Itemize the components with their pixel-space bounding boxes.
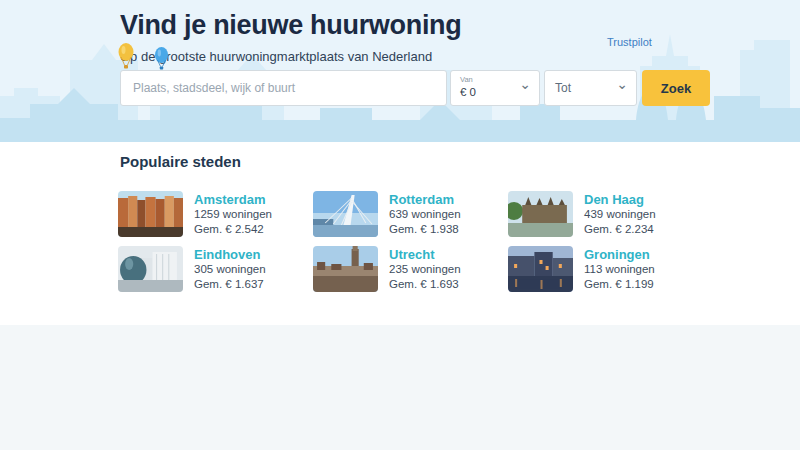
city-avg-price: Gem. € 1.199 [584,277,655,292]
city-avg-price: Gem. € 2.542 [194,222,272,237]
price-to-value: Tot [555,81,571,95]
city-name[interactable]: Rotterdam [389,192,461,207]
price-from-label: Van [460,75,473,84]
city-photo-eindhoven[interactable] [118,246,183,292]
chevron-down-icon: ⌄ [616,77,628,91]
page: Vind je nieuwe huurwoning Op de grootste… [0,0,800,450]
city-photo-groningen[interactable] [508,246,573,292]
popular-cities-heading: Populaire steden [120,153,241,170]
city-avg-price: Gem. € 1.693 [389,277,461,292]
price-from-value: € 0 [460,86,476,98]
city-avg-price: Gem. € 1.938 [389,222,461,237]
city-card-rotterdam[interactable]: Rotterdam 639 woningen Gem. € 1.938 [313,191,508,237]
city-listings: 1259 woningen [194,207,272,222]
city-avg-price: Gem. € 2.234 [584,222,656,237]
city-name[interactable]: Utrecht [389,247,461,262]
city-card-groningen[interactable]: Groningen 113 woningen Gem. € 1.199 [508,246,703,292]
city-listings: 113 woningen [584,262,655,277]
city-listings: 639 woningen [389,207,461,222]
city-photo-denhaag[interactable] [508,191,573,237]
city-card-eindhoven[interactable]: Eindhoven 305 woningen Gem. € 1.637 [118,246,313,292]
search-input[interactable] [120,70,447,106]
city-avg-price: Gem. € 1.637 [194,277,266,292]
city-name[interactable]: Amsterdam [194,192,272,207]
balloon-blue-icon [154,47,169,71]
city-name[interactable]: Den Haag [584,192,656,207]
city-listings: 439 woningen [584,207,656,222]
price-to-select[interactable]: Tot ⌄ [544,70,637,106]
search-submit-button[interactable]: Zoek [642,70,710,106]
city-name[interactable]: Eindhoven [194,247,266,262]
chevron-down-icon: ⌄ [519,77,531,91]
trustpilot-link[interactable]: Trustpilot [607,36,652,48]
city-card-denhaag[interactable]: Den Haag 439 woningen Gem. € 2.234 [508,191,703,237]
city-card-amsterdam[interactable]: Amsterdam 1259 woningen Gem. € 2.542 [118,191,313,237]
city-card-utrecht[interactable]: Utrecht 235 woningen Gem. € 1.693 [313,246,508,292]
hero-section: Vind je nieuwe huurwoning Op de grootste… [0,0,800,142]
balloon-yellow-icon [117,43,135,70]
city-name[interactable]: Groningen [584,247,655,262]
page-title: Vind je nieuwe huurwoning [120,10,462,41]
price-from-select[interactable]: Van € 0 ⌄ [450,70,540,106]
city-photo-amsterdam[interactable] [118,191,183,237]
city-photo-utrecht[interactable] [313,246,378,292]
city-listings: 235 woningen [389,262,461,277]
popular-cities-grid: Amsterdam 1259 woningen Gem. € 2.542 [118,191,703,292]
city-listings: 305 woningen [194,262,266,277]
how-it-works-section: Hoe het werkt [0,325,800,450]
city-photo-rotterdam[interactable] [313,191,378,237]
